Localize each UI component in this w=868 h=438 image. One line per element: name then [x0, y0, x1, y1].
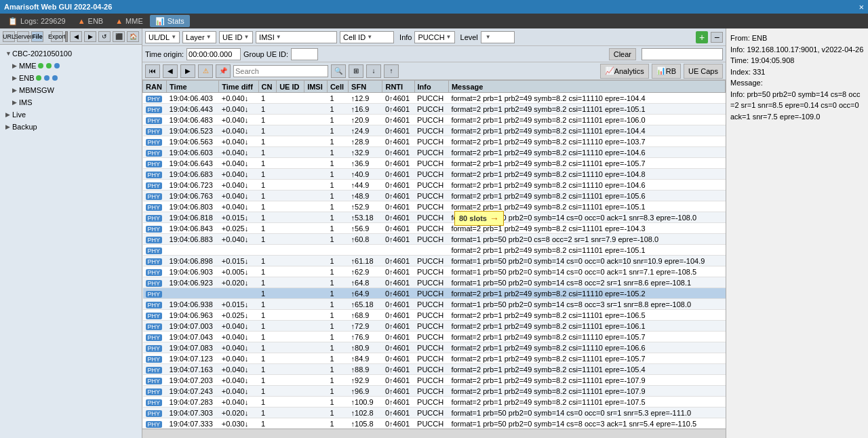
table-row[interactable]: PHY19:04:06.923+0.020↓11↑64.80↑4601PUCCH… — [143, 277, 726, 288]
level-dropdown[interactable]: ▼ — [481, 31, 515, 43]
rb-button[interactable]: 📊 RB — [652, 64, 681, 79]
table-row[interactable]: PHY19:04:06.403+0.040↓11↑12.90↑4601PUCCH… — [143, 93, 726, 104]
table-row[interactable]: PHY19:04:06.563+0.040↓11↑28.90↑4601PUCCH… — [143, 136, 726, 147]
tree-item-backup[interactable]: ▶ Backup — [3, 121, 139, 133]
table-row[interactable]: PHY19:04:07.243+0.040↓11↑96.90↑4601PUCCH… — [143, 386, 726, 397]
table-row[interactable]: PHY19:04:06.443+0.040↓11↑16.90↑4601PUCCH… — [143, 104, 726, 115]
table-row[interactable]: PHY11↑64.90↑4601PUCCHformat=2 prb=1 prb2… — [143, 288, 726, 299]
table-row[interactable]: PHY19:04:06.683+0.040↓11↑40.90↑4601PUCCH… — [143, 169, 726, 180]
cell-info: PUCCH — [414, 353, 448, 364]
table-row[interactable]: PHY19:04:07.043+0.040↓11↑76.90↑4601PUCCH… — [143, 332, 726, 342]
tab-logs[interactable]: 📋 Logs: 229629 — [3, 15, 71, 27]
time-origin-input[interactable] — [186, 48, 241, 60]
search-icon-btn[interactable]: 🔍 — [331, 64, 346, 78]
add-button[interactable]: + — [696, 31, 708, 43]
imsi-dropdown[interactable]: IMSI ▼ — [256, 31, 337, 43]
ue-id-arrow: ▼ — [243, 34, 249, 40]
url-button[interactable]: URL — [3, 31, 15, 42]
cell-sfn: ↑65.18 — [349, 299, 382, 310]
reload-button[interactable]: ↺ — [98, 31, 111, 42]
table-row[interactable]: PHY19:04:06.723+0.040↓11↑44.90↑4601PUCCH… — [143, 180, 726, 191]
table-row[interactable]: PHY19:04:07.283+0.040↓11↑100.90↑4601PUCC… — [143, 397, 726, 407]
ue-id-dropdown[interactable]: UE ID ▼ — [219, 31, 253, 43]
nav-back-button[interactable]: ◀ — [70, 31, 82, 42]
mme-expand-icon: ▶ — [12, 62, 19, 69]
ul-dl-dropdown[interactable]: UL/DL ▼ — [145, 31, 180, 43]
table-row[interactable]: PHY19:04:06.818+0.015↓11↑53.180↑4601PUCC… — [143, 212, 726, 223]
cell-message: format=2 prb=1 prb2=49 symb=8.2 csi=1110… — [448, 310, 725, 321]
tree-item-mbmsgw[interactable]: ▶ MBMSGW — [3, 84, 139, 96]
back-button[interactable]: ◀ — [163, 64, 178, 78]
home-button[interactable]: 🏠 — [127, 31, 139, 42]
down-icon-btn[interactable]: ↓ — [366, 64, 381, 78]
horizontal-scrollbar[interactable] — [142, 429, 726, 438]
table-row[interactable]: PHY19:04:07.123+0.040↓11↑84.90↑4601PUCCH… — [143, 353, 726, 364]
tree-root[interactable]: ▼ CBC-2021050100 — [3, 47, 139, 60]
tab-enb[interactable]: ▲ ENB — [73, 15, 109, 27]
up-icon-btn[interactable]: ↑ — [384, 64, 399, 78]
cell-rnti: 0↑4601 — [382, 125, 414, 136]
tab-stats[interactable]: 📊 Stats — [150, 15, 190, 27]
tab-mme[interactable]: ▲ MME — [110, 15, 149, 27]
tree-item-mme[interactable]: ▶ MME — [3, 60, 139, 72]
cell-ran: PHY — [143, 332, 167, 342]
table-row[interactable]: PHY19:04:06.938+0.015↓11↑65.180↑4601PUCC… — [143, 299, 726, 310]
table-row[interactable]: PHY19:04:06.483+0.040↓11↑20.90↑4601PUCCH… — [143, 115, 726, 125]
table-row[interactable]: PHY19:04:06.803+0.040↓11↑52.90↑4601PUCCH… — [143, 201, 726, 212]
table-row[interactable]: PHY19:04:06.903+0.005↓11↑62.90↑4601PUCCH… — [143, 266, 726, 277]
table-row[interactable]: PHY19:04:07.163+0.040↓11↑88.90↑4601PUCCH… — [143, 364, 726, 375]
filter-icon-btn[interactable]: ⊞ — [349, 64, 363, 78]
cell-timediff: +0.040↓ — [219, 321, 258, 332]
tree-item-enb[interactable]: ▶ ENB — [3, 72, 139, 84]
file-button[interactable]: File — [31, 31, 43, 42]
cell-rnti: 0↑4601 — [382, 93, 414, 104]
pucch-dropdown[interactable]: PUCCH ▼ — [414, 31, 454, 43]
table-row[interactable]: PHY19:04:07.083+0.040↓11↑80.90↑4601PUCCH… — [143, 342, 726, 353]
analytics-button[interactable]: 📈 Analytics — [600, 64, 649, 79]
stats-icon: 📊 — [155, 17, 165, 26]
cell-cn: 1 — [258, 180, 277, 191]
cell-id-dropdown[interactable]: Cell ID ▼ — [340, 31, 394, 43]
ue-caps-button[interactable]: UE Caps — [684, 64, 723, 79]
stop-button[interactable]: ⬛ — [113, 31, 125, 42]
table-row[interactable]: PHY19:04:07.303+0.020↓11↑102.80↑4601PUCC… — [143, 407, 726, 418]
close-button[interactable]: × — [859, 2, 864, 12]
cell-message: format=2 prb=1 prb2=49 symb=8.2 csi=1110… — [448, 375, 725, 386]
table-row[interactable]: PHY19:04:07.333+0.030↓11↑105.80↑4601PUCC… — [143, 418, 726, 429]
tree-item-live[interactable]: ▶ Live — [3, 108, 139, 121]
rewind-button[interactable]: ⏮ — [145, 64, 160, 78]
cell-time: 19:04:06.898 — [167, 256, 219, 266]
minus-button[interactable]: − — [711, 32, 723, 43]
tree-item-ims[interactable]: ▶ IMS — [3, 96, 139, 108]
warning-button[interactable]: ⚠ — [198, 64, 213, 78]
table-row[interactable]: PHY19:04:06.963+0.025↓11↑68.90↑4601PUCCH… — [143, 310, 726, 321]
cell-info: PUCCH — [414, 256, 448, 266]
cell-imsi — [304, 277, 328, 288]
table-row[interactable]: PHYformat=2 prb=1 prb2=49 symb=8.2 csi=1… — [143, 245, 726, 256]
clear-button[interactable]: Clear — [609, 48, 636, 60]
table-row[interactable]: PHY19:04:06.843+0.025↓11↑56.90↑4601PUCCH… — [143, 223, 726, 234]
layer-dropdown[interactable]: Layer ▼ — [182, 31, 216, 43]
table-row[interactable]: PHY19:04:06.898+0.015↓11↑61.180↑4601PUCC… — [143, 256, 726, 266]
cell-timediff: +0.040↓ — [219, 234, 258, 245]
table-row[interactable]: PHY19:04:06.643+0.040↓11↑36.90↑4601PUCCH… — [143, 158, 726, 169]
table-row[interactable]: PHY19:04:06.603+0.040↓11↑32.90↑4601PUCCH… — [143, 147, 726, 158]
server-button[interactable]: Server — [17, 31, 29, 42]
table-row[interactable]: PHY19:04:06.883+0.040↓11↑60.80↑4601PUCCH… — [143, 234, 726, 245]
group-ue-input[interactable] — [291, 48, 318, 60]
nav-fwd-button[interactable]: ▶ — [84, 31, 96, 42]
table-row[interactable]: PHY19:04:06.523+0.040↓11↑24.90↑4601PUCCH… — [143, 125, 726, 136]
pin-button[interactable]: 📌 — [216, 64, 231, 78]
table-row[interactable]: PHY19:04:06.763+0.040↓11↑48.90↑4601PUCCH… — [143, 191, 726, 201]
table-row[interactable]: PHY19:04:07.003+0.040↓11↑72.90↑4601PUCCH… — [143, 321, 726, 332]
data-table[interactable]: RAN Time Time diff CN UE ID IMSI Cell SF… — [142, 80, 726, 429]
cell-rnti — [382, 245, 414, 256]
export-button[interactable]: Export — [51, 31, 63, 42]
cell-ran: PHY — [143, 266, 167, 277]
filter-extra-dropdown[interactable] — [642, 48, 723, 60]
fwd-button[interactable]: ▶ — [180, 64, 195, 78]
search-input[interactable] — [233, 65, 328, 77]
refresh-button[interactable] — [65, 31, 68, 42]
table-row[interactable]: PHY19:04:07.203+0.040↓11↑92.90↑4601PUCCH… — [143, 375, 726, 386]
cell-ran: PHY — [143, 375, 167, 386]
